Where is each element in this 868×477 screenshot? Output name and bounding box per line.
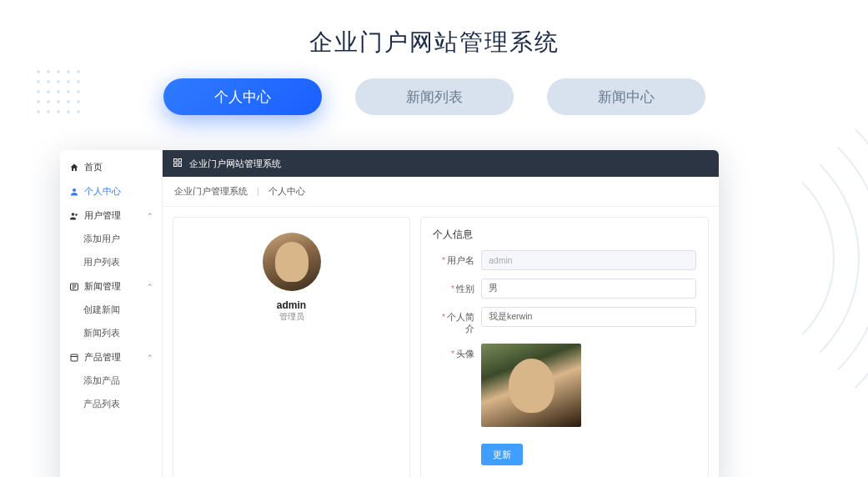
update-button[interactable]: 更新 <box>481 444 523 465</box>
users-icon <box>68 210 79 221</box>
content: admin 管理员 个人信息 *用户名 *性别 *个人简介 <box>163 207 719 477</box>
sidebar-item-home[interactable]: 首页 <box>60 155 162 179</box>
chevron-up-icon: ⌃ <box>147 283 153 291</box>
breadcrumb-separator: | <box>257 186 259 196</box>
sidebar-item-label: 首页 <box>84 161 103 173</box>
bio-label: 个人简介 <box>447 312 474 334</box>
sidebar-sub-add-user[interactable]: 添加用户 <box>60 228 162 251</box>
profile-form: 个人信息 *用户名 *性别 *个人简介 *头像 <box>420 217 709 477</box>
svg-rect-4 <box>71 354 78 361</box>
avatar-label: 头像 <box>456 349 474 359</box>
bio-input[interactable] <box>481 307 696 327</box>
svg-rect-8 <box>178 163 182 167</box>
sidebar-sub-add-product[interactable]: 添加产品 <box>60 369 162 393</box>
avatar <box>263 233 321 291</box>
username-label: 用户名 <box>447 255 474 265</box>
home-icon <box>68 162 79 173</box>
sidebar-item-label: 个人中心 <box>84 185 121 198</box>
sidebar-item-label: 产品管理 <box>84 351 121 364</box>
svg-rect-6 <box>178 159 182 163</box>
sidebar-sub-user-list[interactable]: 用户列表 <box>60 251 162 274</box>
tab-bar: 个人中心 新闻列表 新闻中心 <box>0 78 868 115</box>
profile-card: admin 管理员 <box>173 217 410 477</box>
svg-point-2 <box>75 213 78 216</box>
sidebar-item-label: 新闻管理 <box>84 280 121 293</box>
form-row-bio: *个人简介 <box>433 307 696 335</box>
breadcrumb: 企业门户管理系统 | 个人中心 <box>163 177 719 207</box>
gender-label: 性别 <box>456 284 474 294</box>
gender-input[interactable] <box>481 279 696 299</box>
svg-rect-7 <box>174 163 178 167</box>
sidebar-sub-create-news[interactable]: 创建新闻 <box>60 299 162 322</box>
svg-rect-5 <box>174 159 178 163</box>
sidebar: 首页 个人中心 用户管理 ⌃ 添加用户 用户列表 新闻管理 ⌃ 创建新闻 新闻列… <box>60 150 163 477</box>
form-row-gender: *性别 <box>433 279 696 299</box>
app-window: 首页 个人中心 用户管理 ⌃ 添加用户 用户列表 新闻管理 ⌃ 创建新闻 新闻列… <box>60 150 719 477</box>
breadcrumb-root[interactable]: 企业门户管理系统 <box>174 186 248 196</box>
tab-personal[interactable]: 个人中心 <box>163 78 322 115</box>
user-icon <box>68 186 79 197</box>
form-row-username: *用户名 <box>433 250 696 270</box>
chevron-up-icon: ⌃ <box>147 212 153 220</box>
news-icon <box>68 281 79 292</box>
svg-point-0 <box>73 188 76 192</box>
product-icon <box>68 352 79 363</box>
form-row-avatar: *头像 <box>433 344 696 427</box>
avatar-upload[interactable] <box>481 344 581 427</box>
main-area: 企业门户网站管理系统 企业门户管理系统 | 个人中心 admin 管理员 个人信… <box>163 150 719 477</box>
sidebar-item-personal[interactable]: 个人中心 <box>60 179 162 203</box>
profile-username: admin <box>277 299 306 311</box>
sidebar-item-label: 用户管理 <box>84 209 121 222</box>
profile-role: 管理员 <box>279 311 304 323</box>
page-title: 企业门户网站管理系统 <box>0 0 868 58</box>
svg-point-1 <box>71 213 74 216</box>
breadcrumb-current: 个人中心 <box>268 186 305 196</box>
sidebar-sub-news-list[interactable]: 新闻列表 <box>60 322 162 345</box>
tab-news-center[interactable]: 新闻中心 <box>547 78 705 115</box>
topbar: 企业门户网站管理系统 <box>163 150 719 177</box>
menu-toggle-icon[interactable] <box>173 158 183 169</box>
topbar-title: 企业门户网站管理系统 <box>189 158 281 170</box>
sidebar-item-user-mgmt[interactable]: 用户管理 ⌃ <box>60 203 162 228</box>
sidebar-sub-product-list[interactable]: 产品列表 <box>60 393 162 416</box>
tab-news-list[interactable]: 新闻列表 <box>355 78 514 115</box>
username-input <box>481 250 696 270</box>
form-section-title: 个人信息 <box>433 228 696 250</box>
chevron-up-icon: ⌃ <box>147 354 153 362</box>
sidebar-item-product-mgmt[interactable]: 产品管理 ⌃ <box>60 345 162 369</box>
sidebar-item-news-mgmt[interactable]: 新闻管理 ⌃ <box>60 274 162 299</box>
